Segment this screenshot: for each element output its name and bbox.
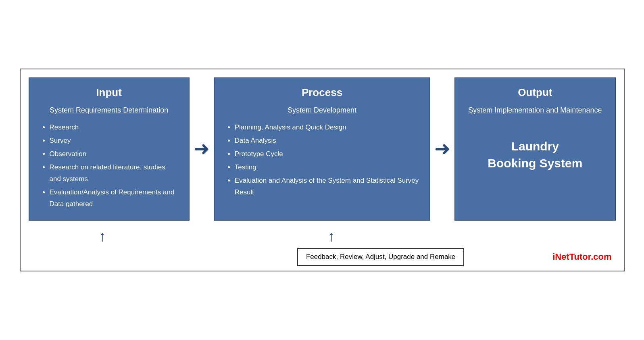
branding-text: iNetTutor.com <box>552 252 611 262</box>
feedback-box: Feedback, Review, Adjust, Upgrade and Re… <box>297 248 464 266</box>
input-box: Input System Requirements Determination … <box>29 77 190 220</box>
up-arrow-right-icon: ↑ <box>328 228 335 245</box>
input-title: Input <box>40 86 179 99</box>
feedback-row: Feedback, Review, Adjust, Upgrade and Re… <box>29 245 616 271</box>
output-title: Output <box>518 86 552 99</box>
up-arrows-row: ↑ ↑ <box>29 225 616 245</box>
process-box: Process System Development Planning, Ana… <box>214 77 430 220</box>
diagram-container: Input System Requirements Determination … <box>20 69 625 271</box>
process-title: Process <box>225 86 419 99</box>
list-item: Planning, Analysis and Quick Design <box>235 122 419 133</box>
output-line2: Booking System <box>488 156 582 170</box>
list-item: Data Analysis <box>235 135 419 147</box>
right-arrow-icon: ➜ <box>434 139 450 159</box>
list-item: Survey <box>50 135 179 147</box>
list-item: Research <box>50 122 179 133</box>
input-list: Research Survey Observation Research on … <box>40 122 179 210</box>
output-main-text: Laundry Booking System <box>488 138 582 172</box>
list-item: Observation <box>50 148 179 160</box>
bottom-area: ↑ ↑ Feedback, Review, Adjust, Upgrade an… <box>29 225 616 271</box>
arrow-process-to-output: ➜ <box>430 77 454 220</box>
output-box: Output System Implementation and Mainten… <box>454 77 615 220</box>
output-line1: Laundry <box>511 140 559 153</box>
output-subtitle: System Implementation and Maintenance <box>468 106 602 115</box>
feedback-text: Feedback, Review, Adjust, Upgrade and Re… <box>306 253 455 261</box>
right-arrow-icon: ➜ <box>194 139 210 159</box>
arrow-input-to-process: ➜ <box>190 77 214 220</box>
process-list: Planning, Analysis and Quick Design Data… <box>225 122 419 198</box>
process-subtitle: System Development <box>225 106 419 115</box>
list-item: Evaluation and Analysis of the System an… <box>235 175 419 198</box>
list-item: Testing <box>235 162 419 173</box>
top-row: Input System Requirements Determination … <box>29 77 616 220</box>
list-item: Prototype Cycle <box>235 148 419 160</box>
input-subtitle: System Requirements Determination <box>40 106 179 115</box>
list-item: Research on related literature, studies … <box>50 162 179 185</box>
list-item: Evaluation/Analysis of Requirements and … <box>50 187 179 210</box>
up-arrow-left-icon: ↑ <box>99 228 106 245</box>
